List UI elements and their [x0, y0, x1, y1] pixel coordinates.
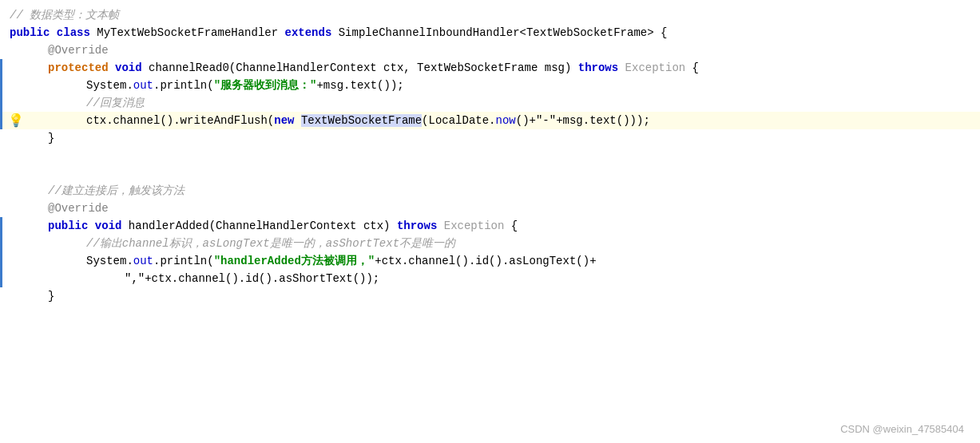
code-line: public void handlerAdded(ChannelHandlerC… — [0, 217, 980, 235]
method-bar — [0, 59, 2, 77]
line-content: //输出channel标识，asLongText是唯一的，asShortText… — [6, 236, 980, 251]
line-content: @Override — [6, 202, 980, 215]
method-bar — [0, 112, 2, 129]
method-bar — [0, 94, 2, 112]
code-line: 💡ctx.channel().writeAndFlush(new TextWeb… — [0, 112, 980, 129]
line-content: } — [6, 290, 980, 303]
code-line — [0, 147, 980, 164]
line-content: //回复消息 — [6, 96, 980, 110]
code-line: @Override — [0, 200, 980, 217]
code-line: // 数据类型：文本帧 — [0, 6, 980, 24]
code-line: //输出channel标识，asLongText是唯一的，asShortText… — [0, 235, 980, 252]
line-content: ctx.channel().writeAndFlush(new TextWebS… — [6, 114, 980, 127]
code-line: System.out.println("handlerAdded方法被调用，"+… — [0, 252, 980, 270]
method-bar — [0, 235, 2, 252]
code-line: @Override — [0, 42, 980, 59]
code-line: //回复消息 — [0, 94, 980, 112]
method-bar — [0, 77, 2, 94]
line-content: // 数据类型：文本帧 — [6, 8, 980, 22]
line-content: public class MyTextWebSocketFrameHandler… — [6, 26, 980, 39]
line-content: } — [6, 132, 980, 144]
code-line: public class MyTextWebSocketFrameHandler… — [0, 24, 980, 42]
code-line: } — [0, 129, 980, 147]
code-line: } — [0, 287, 980, 305]
line-content: ","+ctx.channel().id().asShortText()); — [6, 272, 980, 285]
bulb-icon[interactable]: 💡 — [8, 113, 24, 129]
watermark: CSDN @weixin_47585404 — [840, 423, 964, 435]
line-content: @Override — [6, 44, 980, 57]
method-bar — [0, 270, 2, 287]
line-content: //建立连接后，触发该方法 — [6, 184, 980, 198]
line-content: System.out.println("服务器收到消息："+msg.text()… — [6, 78, 980, 93]
code-line: //建立连接后，触发该方法 — [0, 182, 980, 200]
code-line: System.out.println("服务器收到消息："+msg.text()… — [0, 77, 980, 94]
code-editor: // 数据类型：文本帧public class MyTextWebSocketF… — [0, 0, 980, 443]
code-line: protected void channelRead0(ChannelHandl… — [0, 59, 980, 77]
method-bar — [0, 252, 2, 270]
line-content: protected void channelRead0(ChannelHandl… — [6, 61, 980, 74]
code-line — [0, 164, 980, 182]
line-content: public void handlerAdded(ChannelHandlerC… — [6, 220, 980, 232]
code-line: ","+ctx.channel().id().asShortText()); — [0, 270, 980, 287]
method-bar — [0, 217, 2, 235]
line-content: System.out.println("handlerAdded方法被调用，"+… — [6, 254, 980, 268]
